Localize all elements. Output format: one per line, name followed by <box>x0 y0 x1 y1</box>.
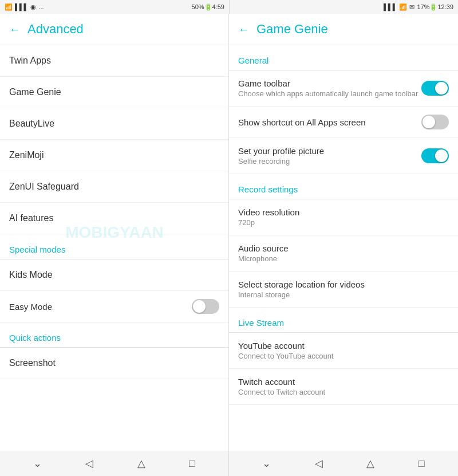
setting-audio-source[interactable]: Audio source Microphone <box>229 235 458 272</box>
setting-game-toolbar[interactable]: Game toolbar Choose which apps automatic… <box>229 70 458 107</box>
left-nav-back-icon[interactable]: ◁ <box>85 457 93 470</box>
menu-item-twin-apps[interactable]: Twin Apps <box>0 45 228 77</box>
menu-item-zenui-safeguard[interactable]: ZenUI Safeguard <box>0 171 228 203</box>
menu-item-zenimoji[interactable]: ZeniMoji <box>0 140 228 171</box>
right-nav-down-icon[interactable]: ⌄ <box>262 457 271 470</box>
menu-item-screenshot[interactable]: Screenshot <box>0 348 228 379</box>
left-extra: ... <box>38 3 44 10</box>
right-panel: ← Game Genie General Game toolbar Choose… <box>229 14 458 451</box>
right-wifi-icon: 📶 <box>399 3 407 11</box>
section-special-modes: Special modes <box>0 234 228 259</box>
left-panel-title: Advanced <box>27 22 84 37</box>
left-status-bar: 📶 ▌▌▌ ◉ ... 50%🔋4:59 <box>0 0 229 14</box>
right-nav-recents-icon[interactable]: □ <box>418 458 425 470</box>
left-panel: ← Advanced Twin Apps Game Genie BeautyLi… <box>0 14 229 451</box>
menu-item-beautylive[interactable]: BeautyLive <box>0 108 228 140</box>
left-app-icon: ◉ <box>30 3 36 11</box>
right-panel-header: ← Game Genie <box>229 14 458 45</box>
profile-picture-toggle[interactable] <box>421 148 449 163</box>
setting-video-resolution[interactable]: Video resolution 720p <box>229 199 458 235</box>
left-battery-time: 50%🔋4:59 <box>192 3 224 11</box>
easy-mode-toggle[interactable] <box>192 299 219 314</box>
left-nav-recents-icon[interactable]: □ <box>189 458 195 470</box>
right-nav-back-icon[interactable]: ◁ <box>315 457 323 470</box>
right-signal-icon: ▌▌▌ <box>384 3 397 10</box>
setting-storage-location[interactable]: Select storage location for videos Inter… <box>229 272 458 308</box>
right-nav-bar: ⌄ ◁ △ □ <box>229 451 458 476</box>
right-battery-time: 17%🔋12:39 <box>417 3 453 11</box>
game-toolbar-toggle[interactable] <box>421 81 449 96</box>
setting-profile-picture[interactable]: Set your profile picture Selfie recordin… <box>229 138 458 174</box>
left-signal-icon: ▌▌▌ <box>15 3 28 10</box>
section-general: General <box>229 45 458 70</box>
menu-item-game-genie[interactable]: Game Genie <box>0 77 228 108</box>
left-nav-down-icon[interactable]: ⌄ <box>33 457 42 470</box>
section-record-settings: Record settings <box>229 174 458 199</box>
setting-youtube-account[interactable]: YouTube account Connect to YouTube accou… <box>229 333 458 369</box>
menu-item-ai-features[interactable]: AI features <box>0 203 228 234</box>
left-nav-home-icon[interactable]: △ <box>137 457 145 470</box>
right-status-bar: ▌▌▌ 📶 ✉ 17%🔋12:39 <box>229 0 458 14</box>
right-mail-icon: ✉ <box>409 3 414 11</box>
menu-item-kids-mode[interactable]: Kids Mode <box>0 259 228 291</box>
left-panel-header: ← Advanced <box>0 14 228 45</box>
nav-bar: ⌄ ◁ △ □ ⌄ ◁ △ □ <box>0 451 458 476</box>
setting-show-shortcut[interactable]: Show shortcut on All Apps screen <box>229 107 458 138</box>
right-nav-home-icon[interactable]: △ <box>366 457 374 470</box>
setting-twitch-account[interactable]: Twitch account Connect to Twitch account <box>229 369 458 405</box>
right-panel-title: Game Genie <box>256 22 328 37</box>
show-shortcut-toggle[interactable] <box>421 115 449 129</box>
left-nav-bar: ⌄ ◁ △ □ <box>0 451 229 476</box>
left-back-button[interactable]: ← <box>9 23 21 36</box>
section-quick-actions: Quick actions <box>0 322 228 348</box>
menu-item-easy-mode[interactable]: Easy Mode <box>0 291 228 322</box>
right-back-button[interactable]: ← <box>238 23 250 36</box>
section-live-stream: Live Stream <box>229 308 458 333</box>
left-wifi-icon: 📶 <box>5 3 13 11</box>
